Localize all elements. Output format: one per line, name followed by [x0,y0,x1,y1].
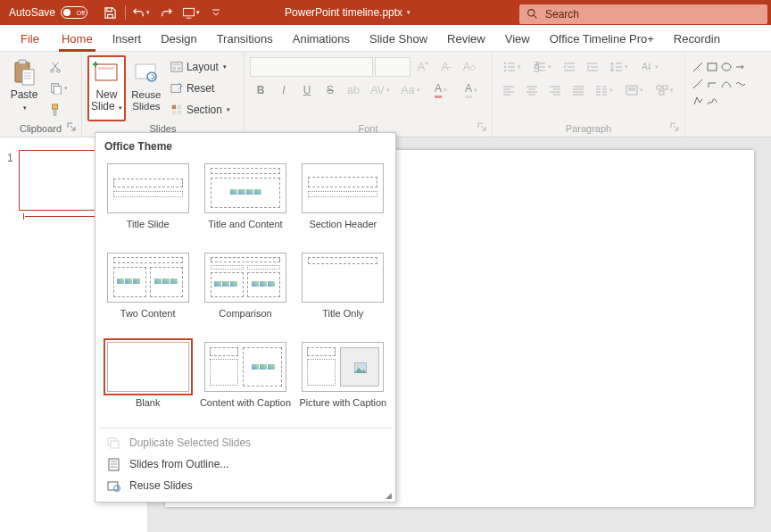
shape-freeform-icon[interactable] [691,92,705,109]
tab-animations[interactable]: Animations [283,27,360,51]
shapes-gallery[interactable] [691,55,748,109]
document-title: PowerPoint timeline.pptx ▾ [285,6,410,19]
layout-comparison[interactable]: Comparison [198,247,292,333]
numbering-button[interactable]: 123▾ [528,57,557,77]
paragraph-launcher-icon[interactable] [670,122,681,133]
decrease-indent-button[interactable] [559,57,580,77]
undo-icon[interactable]: ▾ [129,2,153,23]
start-from-beginning-icon[interactable]: ▾ [179,2,203,23]
highlight-button[interactable]: A▾ [457,80,485,100]
svg-rect-20 [172,105,176,109]
character-spacing-button[interactable]: AV▾ [366,80,394,100]
tab-home[interactable]: Home [52,27,103,51]
layout-button[interactable]: Layout▾ [167,57,234,77]
shape-oval-icon[interactable] [719,59,734,76]
reset-button[interactable]: Reset [167,79,234,98]
gallery-resize-handle[interactable]: ◢ [386,491,392,500]
italic-button[interactable]: I [273,80,294,100]
thumbnail-number: 1 [7,150,13,164]
align-center-button[interactable] [521,80,543,100]
section-button[interactable]: Section▾ [167,100,234,120]
search-box[interactable]: Search [519,4,767,24]
bullets-button[interactable]: ▾ [498,57,526,77]
shape-line-icon[interactable] [691,59,705,76]
tab-recording[interactable]: Recordin [664,27,730,51]
shape-more1-icon[interactable] [719,92,734,109]
font-name-combo[interactable] [250,57,373,77]
svg-rect-16 [173,64,181,66]
svg-rect-21 [178,105,181,109]
layout-title-content[interactable]: Title and Content [198,158,292,244]
align-text-button[interactable]: ▾ [620,80,649,100]
layout-blank[interactable]: Blank [101,337,195,422]
shape-line2-icon[interactable] [691,76,705,93]
layout-content-caption[interactable]: Content with Caption [198,337,292,422]
justify-button[interactable] [568,80,589,100]
shadow-button[interactable]: ab [343,80,364,100]
redo-icon[interactable] [154,2,178,23]
tab-transitions[interactable]: Transitions [207,27,283,51]
layout-picture-caption[interactable]: Picture with Caption [296,337,390,422]
change-case-button[interactable]: Aa▾ [396,80,425,100]
shape-rect-icon[interactable] [705,59,719,76]
svg-rect-8 [54,86,61,95]
svg-rect-0 [183,8,194,15]
tab-office-timeline[interactable]: Office Timeline Pro+ [540,27,664,51]
save-icon[interactable] [98,2,121,23]
new-slide-button[interactable]: New Slide ▾ [87,55,126,121]
tab-file[interactable]: File [11,27,52,51]
font-size-combo[interactable] [375,57,410,77]
increase-font-size-button[interactable]: A^ [412,57,434,77]
gallery-cmd-reuse[interactable]: Reuse Slides [95,475,395,496]
layout-title-slide[interactable]: Title Slide [101,158,195,244]
search-icon [526,8,538,20]
shape-elbow-icon[interactable] [705,76,719,93]
svg-rect-40 [111,441,119,448]
layout-title-only[interactable]: Title Only [296,247,390,333]
ribbon: Paste▾ ▾ Clipboard New Slide ▾ Reuse Sli… [0,52,771,137]
decrease-font-size-button[interactable]: Aˇ [435,57,457,77]
clear-formatting-button[interactable]: A◇ [459,57,480,77]
svg-rect-19 [171,85,181,93]
tab-insert[interactable]: Insert [103,27,152,51]
autosave-control[interactable]: AutoSave Off [0,6,95,19]
cut-button[interactable] [45,57,66,77]
svg-rect-42 [108,482,118,490]
group-clipboard: Paste▾ ▾ Clipboard [0,52,82,137]
gallery-cmd-outline[interactable]: Slides from Outline... [95,453,395,475]
font-launcher-icon[interactable] [477,122,488,133]
bold-button[interactable]: B [250,80,271,100]
svg-point-36 [722,63,731,71]
customize-qat-icon[interactable] [204,2,228,23]
smartart-button[interactable]: ▾ [651,80,679,100]
reuse-slides-button[interactable]: Reuse Slides [128,55,165,121]
tab-design[interactable]: Design [151,27,206,51]
copy-button[interactable]: ▾ [45,79,73,98]
tab-slide-show[interactable]: Slide Show [360,27,437,51]
align-left-button[interactable] [498,80,519,100]
autosave-toggle[interactable]: Off [61,6,87,19]
tab-view[interactable]: View [495,27,540,51]
shape-more2-icon[interactable] [734,92,748,109]
svg-rect-22 [172,111,176,114]
tab-review[interactable]: Review [437,27,495,51]
shape-connector-icon[interactable] [734,76,748,93]
underline-button[interactable]: U [296,80,318,100]
clipboard-launcher-icon[interactable] [67,122,78,133]
line-spacing-button[interactable]: ▾ [605,57,634,77]
text-direction-button[interactable]: A▾ [635,57,664,77]
shape-scribble-icon[interactable] [705,92,719,109]
columns-button[interactable]: ▾ [591,80,619,100]
new-slide-icon [91,57,121,87]
svg-point-25 [504,66,506,68]
shape-curve-icon[interactable] [719,76,734,93]
layout-section-header[interactable]: Section Header [296,158,390,244]
increase-indent-button[interactable] [582,57,603,77]
paste-button[interactable]: Paste▾ [5,55,43,121]
font-color-button[interactable]: A▾ [427,80,455,100]
layout-two-content[interactable]: Two Content [101,247,195,333]
strikethrough-button[interactable]: S [319,80,341,100]
shape-arrow-icon[interactable] [734,59,748,76]
align-right-button[interactable] [544,80,566,100]
format-painter-button[interactable] [45,100,66,120]
